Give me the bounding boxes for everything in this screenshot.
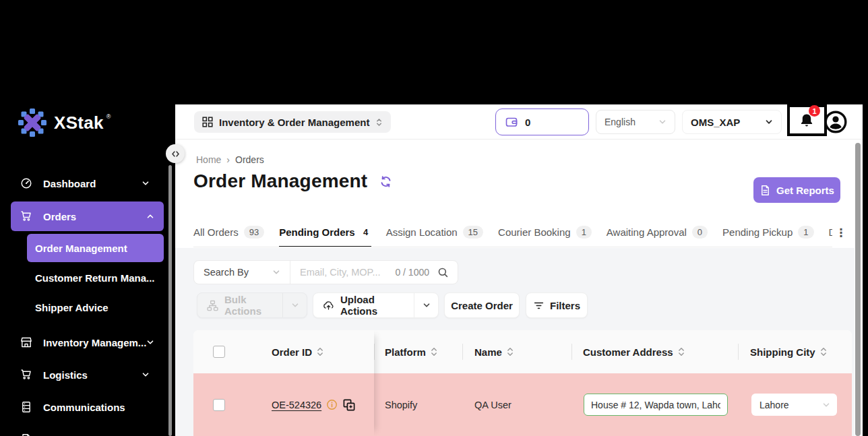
upload-actions-dropdown[interactable] xyxy=(414,293,438,317)
column-divider xyxy=(374,344,375,360)
profile-avatar[interactable] xyxy=(824,111,847,133)
sidebar-item-communications[interactable]: Communications xyxy=(0,392,168,422)
sidebar-item-orders[interactable]: Orders xyxy=(11,201,164,231)
search-icon[interactable] xyxy=(437,267,449,278)
up-down-chevrons-icon xyxy=(375,117,383,127)
tab-pending-pickup[interactable]: Pending Pickup 1 xyxy=(722,218,813,247)
breadcrumb-home[interactable]: Home xyxy=(196,154,221,165)
sort-icon[interactable] xyxy=(507,346,514,357)
duplicate-order-icon[interactable] xyxy=(342,398,356,412)
sidebar-scrollbar[interactable] xyxy=(168,165,172,436)
sidebar-item-inventory-management[interactable]: Inventory Managem... xyxy=(0,328,168,357)
search-char-counter: 0 / 1000 xyxy=(395,267,429,278)
wallet-counter[interactable]: 0 xyxy=(495,108,589,135)
tab-count-badge: 1 xyxy=(798,226,813,239)
sidebar-item-order-management[interactable]: Order Management xyxy=(27,234,164,262)
workspace-select[interactable]: OMS_XAP xyxy=(682,110,782,134)
platform-cell: Shopify xyxy=(385,373,417,436)
breadcrumb-separator: › xyxy=(226,154,230,165)
column-label: Customer Address xyxy=(583,346,673,358)
sidebar-item-label: Dashboard xyxy=(43,178,96,189)
brand-name: XStak xyxy=(54,113,104,133)
search-by-select[interactable]: Search By xyxy=(194,261,290,284)
tab-assign-location[interactable]: Assign Location 15 xyxy=(386,218,483,247)
wallet-icon xyxy=(505,115,518,129)
dashboard-icon xyxy=(20,177,32,189)
sort-icon[interactable] xyxy=(820,346,828,357)
row-checkbox[interactable] xyxy=(213,399,225,411)
sidebar-item-label: Communications xyxy=(43,402,125,413)
column-header-shipping-city[interactable]: Shipping City xyxy=(750,330,828,373)
app-switcher-label: Inventory & Order Management xyxy=(219,117,369,128)
info-icon[interactable] xyxy=(326,399,338,410)
bulk-actions-button: Bulk Actions xyxy=(197,292,307,318)
tab-awaiting-approval[interactable]: Awaiting Approval 0 xyxy=(607,218,708,247)
column-label: Shipping City xyxy=(750,346,815,358)
sort-icon[interactable] xyxy=(678,346,685,357)
tab-count-badge: 0 xyxy=(692,226,708,239)
platform-value: Shopify xyxy=(385,400,417,410)
order-tabs: All Orders 93 Pending Orders 4 Assign Lo… xyxy=(193,218,832,247)
tab-count-badge: 4 xyxy=(361,226,371,239)
sidebar-item-label: Shipper Advice xyxy=(35,302,108,313)
grid-icon xyxy=(202,117,213,127)
tab-label: Courier Booking xyxy=(498,226,571,238)
chevron-down-icon xyxy=(272,268,280,276)
tab-all-orders[interactable]: All Orders 93 xyxy=(193,218,264,247)
chevron-up-icon xyxy=(146,212,154,220)
column-divider xyxy=(571,344,572,360)
shipping-city-select[interactable]: Lahore xyxy=(751,394,837,416)
column-header-name[interactable]: Name xyxy=(474,330,514,373)
sidebar-item-logistics[interactable]: Logistics xyxy=(0,360,168,390)
sidebar-collapse-handle[interactable] xyxy=(166,144,185,163)
sidebar-item-dashboard[interactable]: Dashboard xyxy=(0,168,168,198)
name-value: QA User xyxy=(474,400,512,410)
search-bar: Search By 0 / 1000 xyxy=(193,260,458,284)
sidebar-item-shipper-advice[interactable]: Shipper Advice xyxy=(35,295,108,319)
refresh-icon[interactable] xyxy=(379,175,392,188)
customer-address-cell xyxy=(584,373,728,436)
app-switcher[interactable]: Inventory & Order Management xyxy=(194,111,391,133)
column-header-customer-address[interactable]: Customer Address xyxy=(583,330,685,373)
order-id-link[interactable]: OE-524326 xyxy=(272,400,321,410)
language-select[interactable]: English xyxy=(596,110,675,134)
tab-label: Assign Location xyxy=(386,226,458,238)
screen: XStak ® Dashboard Orders Order Managemen… xyxy=(0,0,868,436)
tab-courier-booking[interactable]: Courier Booking 1 xyxy=(498,218,592,247)
table-header: Order ID Platform Name xyxy=(193,330,852,373)
tab-dispatched[interactable]: Dispatc xyxy=(829,218,832,247)
sidebar-item-label: Logistics xyxy=(43,369,88,381)
search-input[interactable] xyxy=(290,267,395,278)
select-all-checkbox[interactable] xyxy=(213,346,225,358)
create-order-button[interactable]: Create Order xyxy=(444,292,520,318)
filters-button[interactable]: Filters xyxy=(526,292,588,318)
sidebar-item-customer-return-management[interactable]: Customer Return Mana... xyxy=(35,266,155,290)
sidebar: XStak ® Dashboard Orders Order Managemen… xyxy=(0,0,175,436)
page-scrollbar[interactable] xyxy=(855,143,861,436)
customer-address-input[interactable] xyxy=(584,394,728,416)
upload-actions-button[interactable]: Upload Actions xyxy=(313,292,439,318)
breadcrumb: Home › Orders xyxy=(196,154,264,165)
brand-logo: XStak ® xyxy=(18,108,111,137)
search-by-label: Search By xyxy=(204,267,249,278)
tab-count-badge: 93 xyxy=(244,226,264,239)
sidebar-item-label: Reports xyxy=(43,434,82,436)
tab-label: All Orders xyxy=(193,226,239,238)
tabs-more-icon[interactable]: ⋮ xyxy=(833,224,849,241)
sort-icon[interactable] xyxy=(431,346,438,357)
page-header: Order Management xyxy=(193,170,392,192)
sort-icon[interactable] xyxy=(317,346,324,357)
column-header-platform[interactable]: Platform xyxy=(385,330,438,373)
column-header-order-id[interactable]: Order ID xyxy=(272,330,324,373)
tab-label: Pending Pickup xyxy=(722,226,793,238)
chevron-down-icon xyxy=(146,338,154,346)
file-icon xyxy=(20,433,32,436)
sidebar-item-reports[interactable]: Reports xyxy=(0,425,168,436)
tab-pending-orders[interactable]: Pending Orders 4 xyxy=(279,218,371,247)
cart-icon xyxy=(20,210,32,222)
sidebar-item-label: Customer Return Mana... xyxy=(35,272,155,284)
topbar: Inventory & Order Management 0 English O… xyxy=(175,104,863,139)
get-reports-button[interactable]: Get Reports xyxy=(753,177,840,203)
sidebar-item-label: Orders xyxy=(43,211,76,222)
order-id-cell: OE-524326 xyxy=(272,373,356,436)
